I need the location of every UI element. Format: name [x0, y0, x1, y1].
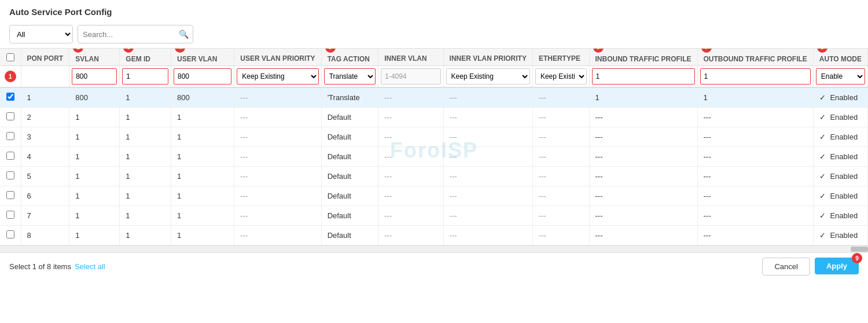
cell-inner-vlan: ---	[378, 108, 443, 127]
cell-user-vlan: 1	[171, 167, 234, 186]
th-user-vlan: 4 USER VLAN	[171, 49, 234, 66]
cell-outbound: 1	[697, 87, 813, 108]
cell-inner-vlan-priority: ---	[443, 108, 532, 127]
filter-cell-inbound[interactable]	[589, 66, 697, 88]
badge-4: 4	[175, 48, 185, 53]
row-checkbox[interactable]	[6, 132, 14, 140]
filter-cell-pon-port	[21, 66, 69, 88]
cell-inbound: 1	[589, 87, 697, 108]
row-checkbox-cell[interactable]	[0, 186, 21, 206]
cell-tag-action: Default	[321, 226, 378, 245]
cell-auto-mode: ✓ Enabled	[813, 108, 867, 127]
cell-inner-vlan-priority: ---	[443, 226, 532, 245]
cell-inner-vlan: ---	[378, 226, 443, 245]
row-checkbox[interactable]	[6, 211, 14, 219]
badge-5: 5	[325, 48, 336, 53]
cell-user-vlan: 1	[171, 206, 234, 226]
filter-cell-tag-action[interactable]: Translate Default Keep Existing	[321, 66, 378, 88]
cell-outbound: ---	[697, 206, 813, 226]
th-select-all[interactable]	[0, 49, 21, 66]
row-checkbox-cell[interactable]	[0, 108, 21, 127]
cell-user-vlan-priority: ---	[234, 108, 321, 127]
cell-tag-action: 'Translate	[321, 87, 378, 108]
user-vlan-filter-input[interactable]	[174, 68, 231, 85]
row-checkbox[interactable]	[6, 93, 14, 101]
search-input[interactable]	[78, 25, 193, 43]
cell-user-vlan: 1	[171, 108, 234, 127]
select-all-checkbox[interactable]	[6, 53, 14, 61]
cell-svlan: 1	[69, 108, 120, 127]
select-all-link[interactable]: Select all	[75, 262, 105, 271]
cell-pon-port: 5	[21, 167, 69, 186]
horizontal-scrollbar[interactable]	[0, 245, 868, 252]
row-checkbox[interactable]	[6, 152, 14, 160]
table-row: 1 800 1 800 --- 'Translate --- --- --- 1…	[0, 87, 868, 108]
filter-cell-gem-id[interactable]	[120, 66, 171, 88]
cell-ethertype: ---	[532, 147, 589, 167]
cell-inner-vlan-priority: ---	[443, 147, 532, 167]
row-checkbox-cell[interactable]	[0, 226, 21, 245]
cell-user-vlan: 1	[171, 226, 234, 245]
gem-id-filter-input[interactable]	[122, 68, 168, 85]
cell-svlan: 1	[69, 167, 120, 186]
filter-cell-svlan[interactable]	[69, 66, 120, 88]
table-container: ForoISP PON PORT 2 SVLAN 3 GEM ID	[0, 48, 868, 252]
filter-cell-user-vlan-priority[interactable]: Keep Existing Existing Set	[234, 66, 321, 88]
svlan-filter-input[interactable]	[72, 68, 117, 85]
cell-user-vlan-priority: ---	[234, 206, 321, 226]
filter-cell-user-vlan[interactable]	[171, 66, 234, 88]
cell-inner-vlan-priority: ---	[443, 127, 532, 147]
cell-inbound: ---	[589, 206, 697, 226]
row-checkbox-cell[interactable]	[0, 147, 21, 167]
row-checkbox-cell[interactable]	[0, 206, 21, 226]
row-checkbox-cell[interactable]	[0, 87, 21, 108]
cell-svlan: 1	[69, 206, 120, 226]
row-checkbox[interactable]	[6, 171, 14, 179]
cell-auto-mode: ✓ Enabled	[813, 186, 867, 206]
table-row: 5 1 1 1 --- Default --- --- --- --- --- …	[0, 167, 868, 186]
cell-ethertype: ---	[532, 108, 589, 127]
th-svlan: 2 SVLAN	[69, 49, 120, 66]
cell-inner-vlan: ---	[378, 186, 443, 206]
filter-select[interactable]: All	[9, 25, 73, 43]
filter-cell-inner-vlan[interactable]	[378, 66, 443, 88]
inner-vlan-filter-input[interactable]	[381, 68, 440, 85]
badge-7: 7	[701, 48, 712, 53]
table-row: 4 1 1 1 --- Default --- --- --- --- --- …	[0, 147, 868, 167]
cell-inner-vlan-priority: ---	[443, 206, 532, 226]
auto-mode-select[interactable]: Enable Disable	[816, 68, 865, 85]
filter-cell-auto-mode[interactable]: Enable Disable	[813, 66, 867, 88]
cell-pon-port: 1	[21, 87, 69, 108]
row-checkbox[interactable]	[6, 191, 14, 199]
user-vlan-priority-select[interactable]: Keep Existing Existing Set	[237, 68, 318, 85]
cancel-button[interactable]: Cancel	[762, 258, 810, 276]
inbound-filter-input[interactable]	[592, 68, 695, 85]
th-inner-vlan: INNER VLAN	[378, 49, 443, 66]
cell-user-vlan-priority: ---	[234, 186, 321, 206]
badge-6: 6	[593, 48, 604, 53]
outbound-filter-input[interactable]	[700, 68, 811, 85]
scrollbar-thumb[interactable]	[851, 247, 868, 252]
page-title: Auto Service Port Config	[0, 0, 868, 21]
filter-cell-outbound[interactable]	[697, 66, 813, 88]
row-checkbox[interactable]	[6, 230, 14, 238]
th-gem-id: 3 GEM ID	[120, 49, 171, 66]
row-checkbox[interactable]	[6, 112, 14, 120]
tag-action-select[interactable]: Translate Default Keep Existing	[324, 68, 376, 85]
row-checkbox-cell[interactable]	[0, 127, 21, 147]
row-checkbox-cell[interactable]	[0, 167, 21, 186]
cell-pon-port: 6	[21, 186, 69, 206]
ethertype-select[interactable]: Keep Existing	[535, 68, 587, 85]
select-info-text: Select 1 of 8 items	[9, 262, 71, 271]
th-ethertype: ETHERTYPE	[532, 49, 589, 66]
filter-cell-inner-vlan-priority[interactable]: Keep Existing Existing	[443, 66, 532, 88]
cell-user-vlan-priority: ---	[234, 127, 321, 147]
inner-vlan-priority-select[interactable]: Keep Existing Existing	[446, 68, 530, 85]
search-icon: 🔍	[179, 30, 189, 39]
table-body: 1 800 1 800 --- 'Translate --- --- --- 1…	[0, 87, 868, 245]
filter-cell-ethertype[interactable]: Keep Existing	[532, 66, 589, 88]
cell-pon-port: 7	[21, 206, 69, 226]
cell-inbound: ---	[589, 186, 697, 206]
cell-gem-id: 1	[120, 167, 171, 186]
main-table: PON PORT 2 SVLAN 3 GEM ID 4	[0, 49, 868, 245]
